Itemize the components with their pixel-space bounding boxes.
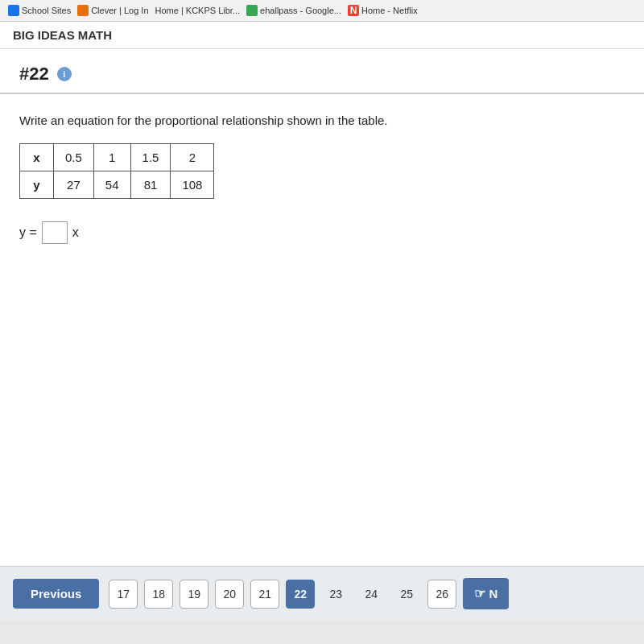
page-btn-21[interactable]: 21 bbox=[250, 580, 279, 609]
page-btn-23[interactable]: 23 bbox=[321, 580, 350, 609]
table-row-x: x 0.5 1 1.5 2 bbox=[20, 144, 214, 171]
question-number: #22 bbox=[19, 64, 49, 85]
table-x-label: x bbox=[20, 144, 54, 171]
question-prompt: Write an equation for the proportional r… bbox=[19, 114, 625, 127]
table-y-val-4: 108 bbox=[171, 171, 214, 199]
equation-input[interactable] bbox=[42, 221, 68, 244]
next-label: N bbox=[489, 587, 497, 601]
page-btn-19[interactable]: 19 bbox=[180, 580, 208, 609]
page-btn-25[interactable]: 25 bbox=[392, 580, 421, 609]
bottom-navigation: Previous 17 18 19 20 21 22 23 24 25 26 N bbox=[0, 566, 644, 621]
browser-bookmarks-bar: School Sites Clever | Log In Home | KCKP… bbox=[0, 0, 644, 22]
page-btn-18[interactable]: 18 bbox=[144, 580, 173, 609]
question-body: Write an equation for the proportional r… bbox=[0, 94, 644, 566]
bookmark-netflix[interactable]: N Home - Netflix bbox=[348, 5, 418, 16]
previous-button[interactable]: Previous bbox=[13, 579, 99, 609]
table-x-val-4: 2 bbox=[171, 144, 214, 171]
school-sites-favicon bbox=[8, 5, 19, 16]
table-y-val-3: 81 bbox=[130, 171, 171, 199]
table-y-val-1: 27 bbox=[54, 171, 94, 199]
netflix-favicon: N bbox=[348, 5, 359, 16]
hand-cursor-icon bbox=[474, 586, 485, 601]
equation-row: y = x bbox=[19, 221, 625, 244]
question-header: #22 i bbox=[0, 49, 644, 94]
app-title: BIG IDEAS MATH bbox=[13, 28, 112, 42]
table-x-val-2: 1 bbox=[93, 144, 130, 171]
table-y-label: y bbox=[20, 171, 54, 199]
equation-suffix: x bbox=[72, 225, 79, 240]
main-content: #22 i Write an equation for the proporti… bbox=[0, 49, 644, 621]
bookmark-ehallpass[interactable]: ehallpass - Google... bbox=[246, 5, 341, 16]
page-btn-22[interactable]: 22 bbox=[286, 580, 315, 609]
table-x-val-1: 0.5 bbox=[54, 144, 94, 171]
table-row-y: y 27 54 81 108 bbox=[20, 171, 214, 199]
bookmark-school-sites[interactable]: School Sites bbox=[8, 5, 71, 16]
ehallpass-favicon bbox=[246, 5, 258, 16]
page-btn-17[interactable]: 17 bbox=[109, 580, 138, 609]
next-button[interactable]: N bbox=[463, 578, 509, 609]
data-table: x 0.5 1 1.5 2 y 27 54 81 108 bbox=[19, 143, 214, 199]
equation-prefix: y = bbox=[19, 225, 37, 240]
clever-favicon bbox=[77, 5, 89, 16]
table-y-val-2: 54 bbox=[93, 171, 130, 199]
page-btn-20[interactable]: 20 bbox=[215, 580, 244, 609]
info-icon[interactable]: i bbox=[57, 67, 72, 81]
table-x-val-3: 1.5 bbox=[130, 144, 171, 171]
page-btn-24[interactable]: 24 bbox=[357, 580, 386, 609]
app-header: BIG IDEAS MATH bbox=[0, 22, 644, 49]
page-btn-26[interactable]: 26 bbox=[427, 580, 456, 609]
bookmark-kckps[interactable]: Home | KCKPS Libr... bbox=[155, 6, 241, 15]
bookmark-clever[interactable]: Clever | Log In bbox=[77, 5, 148, 16]
